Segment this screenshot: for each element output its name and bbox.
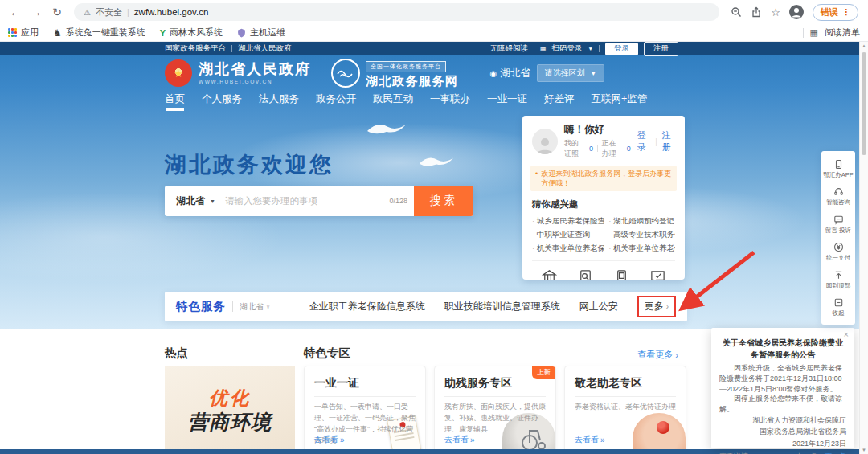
welcome-notice: 欢迎来到湖北政务服务网，登录后办事更方便哦！ <box>530 166 677 191</box>
action-want-rate[interactable]: 我要评 <box>645 268 670 280</box>
divider <box>597 145 598 152</box>
go-look-link[interactable]: 去看看 » <box>444 434 475 445</box>
scroll-down-icon[interactable]: ▼ <box>860 448 868 452</box>
divider <box>599 45 600 52</box>
to-top-icon <box>833 270 844 280</box>
link-hubei-gov[interactable]: 湖北省人民政府 <box>238 43 292 54</box>
action-want-apply[interactable]: 我要办 <box>537 268 563 280</box>
interest-title: 猜你感兴趣 <box>532 198 675 211</box>
bookmark-apps[interactable]: 应用 <box>8 27 39 39</box>
link-national-platform[interactable]: 国家政务服务平台 <box>165 43 226 54</box>
back-icon[interactable]: ← <box>6 3 24 21</box>
zone-card-one-license[interactable]: 一业一证 一单告知、一表申请、一口受理、一证准营、一码亮证，聚焦“高效办成一件事… <box>304 366 426 454</box>
share-icon[interactable] <box>751 6 762 18</box>
search-button[interactable]: 搜索 <box>414 186 473 216</box>
toolbar-feedback[interactable]: 留言 投诉 <box>821 211 855 238</box>
link-online-police[interactable]: 网上公安 <box>579 300 618 313</box>
toolbar-collapse[interactable]: 收起 <box>821 293 855 321</box>
toolbar-label: 留言 投诉 <box>825 227 851 234</box>
interest-link[interactable]: 城乡居民养老保险查... <box>532 214 604 227</box>
forward-icon[interactable]: → <box>27 3 45 21</box>
reload-icon[interactable]: ↻ <box>48 3 66 21</box>
nav-interaction[interactable]: 政民互动 <box>373 92 413 111</box>
stat-label[interactable]: 正在办理 <box>602 138 623 159</box>
interest-link[interactable]: 机关事业单位养老保... <box>532 241 604 255</box>
hand-photo <box>633 413 686 454</box>
accessibility-link[interactable]: 无障碍阅读 <box>490 43 529 54</box>
region-select[interactable]: 请选择区划 ▼ <box>537 64 604 82</box>
browser-chrome: ← → ↻ ⚠ 不安全 | zwfw.hubei.gov.cn ☆ 错误 ⋮ <box>0 0 868 24</box>
action-want-search[interactable]: 我要查 <box>573 268 599 280</box>
kiosk-icon <box>613 268 630 280</box>
more-label: 更多 <box>645 300 664 313</box>
nav-gov-open[interactable]: 政务公开 <box>316 92 356 111</box>
utility-left: 国家政务服务平台 湖北省人民政府 <box>165 42 292 55</box>
login-button[interactable]: 登录 <box>605 43 638 55</box>
pay-icon <box>833 242 844 252</box>
link-training-system[interactable]: 职业技能培训信息管理系统 <box>444 300 560 313</box>
toolbar-smart-consult[interactable]: 智能咨询 <box>821 182 855 210</box>
menu-dots-icon: ⋮ <box>841 7 850 18</box>
interest-link[interactable]: 中职毕业证查询 <box>532 227 604 241</box>
bookmark-system-reinstall[interactable]: ♞ 系统兔一键重装系统 <box>53 27 145 39</box>
card-login-link[interactable]: 登录 <box>637 129 650 153</box>
scrollbar-thumb[interactable] <box>862 52 866 155</box>
site-name-block[interactable]: 全国一体化政务服务平台 湖北政务服务网 <box>366 57 459 89</box>
register-button[interactable]: 注册 <box>644 42 678 56</box>
nav-legal-person[interactable]: 法人服务 <box>259 92 299 111</box>
nav-supervision[interactable]: 互联网+监管 <box>592 92 648 111</box>
bookmark-star-icon[interactable]: ☆ <box>771 6 780 18</box>
interest-link[interactable]: 机关事业单位养老保... <box>608 241 675 255</box>
gov-name: 湖北省人民政府 <box>199 62 311 76</box>
scroll-up-icon[interactable]: ▲ <box>860 43 868 48</box>
browser-error-button[interactable]: 错误 ⋮ <box>813 4 858 21</box>
main-nav: 首页 个人服务 法人服务 政务公开 政民互动 一事联办 一业一证 好差评 互联网… <box>165 92 647 111</box>
toolbar-label: 智能咨询 <box>826 198 850 206</box>
zone-card-disability[interactable]: 上新 助残服务专区 残有所扶、面向残疾人，提供康复、补贴、惠残就业、证件办理、康… <box>434 366 556 454</box>
zone-card-elderly[interactable]: 敬老助老专区 养老资格认证、老年优待证办理 去看看 » <box>564 366 686 454</box>
doc-search-icon <box>577 268 594 280</box>
more-button[interactable]: 更多 › <box>637 296 676 317</box>
profile-avatar[interactable] <box>789 5 804 19</box>
bookmark-host-ops[interactable]: 主机运维 <box>237 27 285 39</box>
welcome-heading: 湖北政务欢迎您 <box>165 150 334 179</box>
close-icon[interactable]: × <box>844 330 849 339</box>
nav-rating[interactable]: 好差评 <box>544 92 575 111</box>
bookmarks-bar: 应用 ♞ 系统兔一键重装系统 Y 雨林木风系统 主机运维 ▦ 阅读清单 <box>0 24 868 41</box>
link-pension-system[interactable]: 企业职工养老保险信息系统 <box>309 300 425 313</box>
zoom-icon[interactable] <box>731 6 742 18</box>
search-region-select[interactable]: 湖北省 ▼ <box>165 194 223 208</box>
action-want-view[interactable]: 我要看 <box>609 268 635 280</box>
go-look-link[interactable]: 去看看 » <box>575 434 605 445</box>
scan-login-link[interactable]: 扫码登录 <box>552 43 583 54</box>
search-input[interactable] <box>223 195 383 207</box>
nav-home[interactable]: 首页 <box>165 92 185 111</box>
feature-region-select[interactable]: 湖北省 ∨ <box>240 301 270 313</box>
nav-one-matter[interactable]: 一事联办 <box>430 92 470 111</box>
caret-down-icon: ∨ <box>266 304 270 310</box>
headset-icon <box>833 186 844 197</box>
phone-icon <box>833 159 844 170</box>
hotspot-banner-image[interactable]: 优化 营商环境 <box>165 366 295 454</box>
interest-link[interactable]: 高级专业技术职务任... <box>608 227 675 241</box>
collapse-icon <box>833 297 844 308</box>
go-look-link[interactable]: 去看看 » <box>314 434 345 445</box>
region-select-label: 请选择区划 <box>545 67 585 79</box>
view-more-link[interactable]: 查看更多 › <box>637 349 678 361</box>
card-register-link[interactable]: 注册 <box>662 129 675 153</box>
nav-personal[interactable]: 个人服务 <box>202 92 242 111</box>
page-scrollbar[interactable]: ▲ ▼ <box>859 42 868 454</box>
divider: | <box>655 137 657 146</box>
bookmark-ylmf[interactable]: Y 雨林木风系统 <box>160 27 223 39</box>
url-bar[interactable]: ⚠ 不安全 | zwfw.hubei.gov.cn <box>74 3 719 21</box>
toolbar-ehuiban-app[interactable]: 鄂汇办APP <box>821 155 855 182</box>
bookmark-label: 雨林木风系统 <box>170 27 223 39</box>
reading-list[interactable]: ▦ 阅读清单 <box>803 27 860 39</box>
gov-logo-block[interactable]: 湖北省人民政府 WWW.HUBEI.GOV.CN <box>199 62 311 84</box>
stat-label[interactable]: 我的证照 <box>564 138 585 159</box>
toolbar-back-to-top[interactable]: 回到顶部 <box>821 266 855 293</box>
interest-link[interactable]: 湖北婚姻预约登记 <box>608 214 675 227</box>
nav-one-license[interactable]: 一业一证 <box>487 92 527 111</box>
toolbar-unified-pay[interactable]: 统一支付 <box>821 238 855 265</box>
card-title: 一业一证 <box>314 376 416 397</box>
